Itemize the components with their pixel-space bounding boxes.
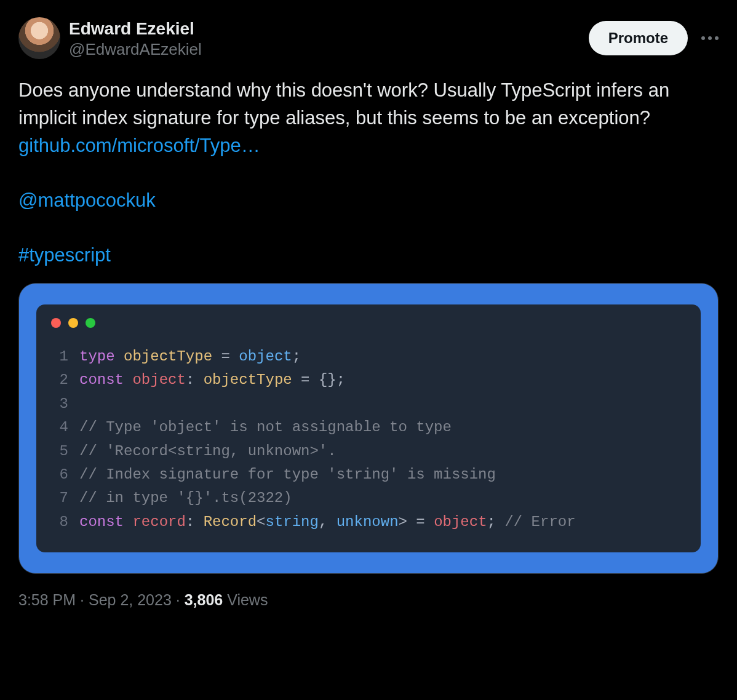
- code-token: type: [79, 348, 115, 365]
- code-token: record: [132, 514, 185, 530]
- avatar[interactable]: [18, 17, 60, 59]
- code-token: unknown: [337, 514, 399, 530]
- hashtag-link[interactable]: #typescript: [18, 244, 111, 266]
- code-token: const: [79, 372, 124, 388]
- code-token: ,: [319, 514, 337, 530]
- code-token: // Index signature for type 'string' is …: [79, 466, 496, 483]
- body-paragraph: Does anyone understand why this doesn't …: [18, 77, 719, 160]
- code-lines: 1type objectType = object;2const object:…: [51, 345, 686, 534]
- code-token: string: [265, 514, 318, 530]
- line-number: 1: [51, 345, 68, 368]
- code-token: const: [79, 514, 124, 530]
- meta-sep: ·: [76, 591, 89, 608]
- code-token: > =: [399, 514, 434, 530]
- line-number: 4: [51, 416, 68, 439]
- code-line: 1type objectType = object;: [51, 345, 686, 368]
- code-window: 1type objectType = object;2const object:…: [36, 304, 701, 552]
- traffic-red-icon: [51, 318, 61, 328]
- window-traffic-lights: [51, 318, 686, 328]
- body-link[interactable]: github.com/microsoft/Type…: [18, 135, 260, 156]
- views-label: Views: [227, 591, 268, 608]
- line-number: 5: [51, 440, 68, 463]
- code-token: [124, 372, 132, 388]
- code-token: [124, 514, 132, 530]
- meta-date[interactable]: Sep 2, 2023: [89, 591, 172, 608]
- body-text: Does anyone understand why this doesn't …: [18, 79, 669, 129]
- traffic-yellow-icon: [68, 318, 78, 328]
- code-token: object: [239, 348, 292, 365]
- code-token: <: [257, 514, 265, 530]
- display-name: Edward Ezekiel: [69, 18, 580, 39]
- code-token: // Error: [504, 514, 575, 530]
- header-actions: Promote: [589, 17, 719, 55]
- code-token: =: [212, 348, 239, 365]
- code-token: // in type '{}'.ts(2322): [79, 490, 292, 506]
- code-token: Record: [204, 514, 257, 530]
- line-number: 6: [51, 463, 68, 487]
- tweet-body: Does anyone understand why this doesn't …: [18, 77, 719, 269]
- code-token: :: [186, 514, 204, 530]
- code-line: 6// Index signature for type 'string' is…: [51, 463, 686, 487]
- line-number: 2: [51, 368, 68, 392]
- meta-time[interactable]: 3:58 PM: [18, 591, 76, 608]
- code-token: ;: [487, 514, 505, 530]
- code-token: :: [186, 372, 204, 388]
- tweet-header: Edward Ezekiel @EdwardAEzekiel Promote: [18, 17, 719, 60]
- code-token: object: [434, 514, 487, 530]
- code-line: 5// 'Record<string, unknown>'.: [51, 440, 686, 463]
- author-block[interactable]: Edward Ezekiel @EdwardAEzekiel: [69, 17, 580, 60]
- code-token: // 'Record<string, unknown>'.: [79, 443, 337, 459]
- handle: @EdwardAEzekiel: [69, 39, 580, 60]
- code-token: objectType: [204, 372, 292, 388]
- code-line: 4// Type 'object' is not assignable to t…: [51, 416, 686, 439]
- code-line: 2const object: objectType = {};: [51, 368, 686, 392]
- meta-sep: ·: [172, 591, 185, 608]
- code-token: [115, 348, 124, 365]
- traffic-green-icon: [86, 318, 95, 328]
- media-attachment[interactable]: 1type objectType = object;2const object:…: [18, 283, 719, 574]
- code-token: object: [132, 372, 185, 388]
- code-token: = {};: [292, 372, 345, 388]
- line-number: 3: [51, 392, 68, 416]
- tweet-meta: 3:58 PM · Sep 2, 2023 · 3,806 Views: [18, 591, 719, 609]
- more-icon[interactable]: [701, 36, 719, 40]
- tweet-card: Edward Ezekiel @EdwardAEzekiel Promote D…: [0, 0, 737, 621]
- code-token: // Type 'object' is not assignable to ty…: [79, 419, 452, 436]
- views-count[interactable]: 3,806: [185, 591, 223, 608]
- line-number: 8: [51, 511, 68, 534]
- code-line: 8const record: Record<string, unknown> =…: [51, 511, 686, 534]
- code-line: 3: [51, 392, 686, 416]
- code-token: ;: [292, 348, 301, 365]
- mention-link[interactable]: @mattpocockuk: [18, 189, 156, 211]
- code-line: 7// in type '{}'.ts(2322): [51, 487, 686, 510]
- code-token: objectType: [124, 348, 212, 365]
- promote-button[interactable]: Promote: [589, 21, 688, 55]
- line-number: 7: [51, 487, 68, 510]
